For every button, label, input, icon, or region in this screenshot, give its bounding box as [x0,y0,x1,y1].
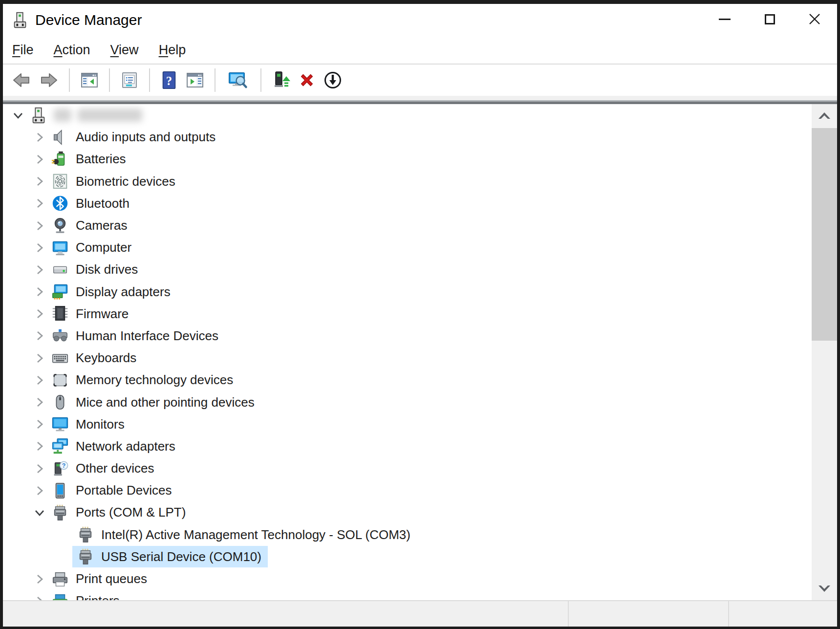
tree-item-mice-and-other-pointing-devices[interactable]: Mice and other pointing devices [3,391,812,413]
tree-row-content[interactable]: Ports (COM & LPT) [47,502,192,523]
tree-item-network-adapters[interactable]: Network adapters [3,435,812,457]
scan-hardware-changes-button[interactable] [222,67,254,93]
tree-row-content[interactable]: Cameras [47,215,133,237]
chevron-right-icon[interactable] [32,373,47,388]
properties-button[interactable] [116,67,143,93]
help-button[interactable]: ? [156,67,182,93]
printer-icon [51,570,69,588]
chevron-right-icon[interactable] [32,262,47,277]
minimize-button[interactable] [702,4,747,34]
tree-item-bluetooth[interactable]: Bluetooth [3,193,812,215]
chevron-right-icon[interactable] [32,240,47,255]
tree-item-cameras[interactable]: Cameras [3,215,812,237]
chevron-right-icon[interactable] [32,461,47,476]
chevron-right-icon[interactable] [32,395,47,410]
tree-row-content[interactable]: Print queues [47,568,153,590]
chevron-right-icon[interactable] [32,572,47,586]
title-bar[interactable]: Device Manager [3,4,837,36]
maximize-button[interactable] [747,4,792,34]
tree-item-portable-devices[interactable]: Portable Devices [3,479,812,501]
tree-row-content[interactable]: Intel(R) Active Management Technology - … [72,524,417,545]
tree-row-content[interactable]: Portable Devices [47,480,178,501]
tree-row-content[interactable] [25,105,149,126]
show-action-pane-button[interactable] [182,67,208,93]
tree-item-audio-inputs-and-outputs[interactable]: Audio inputs and outputs [3,126,812,148]
tree-row-content[interactable]: Firmware [47,303,135,325]
close-icon [808,13,821,25]
tree-row-content[interactable]: Biometric devices [47,171,182,192]
chevron-right-icon[interactable] [32,417,47,432]
chevron-right-icon[interactable] [32,351,47,366]
serial-port-icon [76,525,95,544]
tree-item-intel-amt-sol-com3[interactable]: Intel(R) Active Management Technology - … [3,524,812,546]
menu-file[interactable]: File [12,43,34,58]
chevron-right-icon[interactable] [32,439,47,454]
update-driver-button[interactable] [268,67,294,93]
tree-row-content[interactable]: Network adapters [47,435,182,457]
tree-row-content[interactable]: Memory technology devices [47,369,239,391]
tree-item-other-devices[interactable]: ?Other devices [3,457,812,479]
chevron-right-icon[interactable] [32,306,47,321]
chevron-down-icon[interactable] [11,108,25,123]
tree-row-content[interactable]: Display adapters [47,281,177,303]
chevron-right-icon[interactable] [32,152,47,167]
back-button[interactable] [8,67,35,93]
tree-row-content[interactable]: Computer [47,237,138,259]
tree-item-computer[interactable]: Computer [3,237,812,259]
tree-item-ports-com-lpt[interactable]: Ports (COM & LPT) [3,501,812,523]
chevron-right-icon[interactable] [32,328,47,343]
device-tree-panel: Audio inputs and outputsBatteriesBiometr… [3,104,837,600]
chevron-right-icon[interactable] [32,174,47,189]
chevron-right-icon[interactable] [32,130,47,145]
tree-row-content[interactable]: Monitors [47,413,131,435]
tree-row-content[interactable]: Mice and other pointing devices [47,391,261,413]
window-title: Device Manager [35,12,142,28]
chevron-right-icon[interactable] [32,483,47,498]
tree-item-display-adapters[interactable]: Display adapters [3,281,812,303]
tree-item-printers[interactable]: Printers [3,590,812,600]
tree-row-content[interactable]: USB Serial Device (COM10) [72,546,268,567]
tree-item-print-queues[interactable]: Print queues [3,568,812,590]
tree-item-disk-drives[interactable]: Disk drives [3,259,812,281]
tree-item-keyboards[interactable]: Keyboards [3,347,812,369]
chip-icon [51,304,69,323]
chevron-right-icon[interactable] [32,284,47,299]
tree-item-monitors[interactable]: Monitors [3,413,812,435]
tree-row-content[interactable]: Disk drives [47,259,144,281]
chevron-right-icon[interactable] [32,218,47,233]
tree-row-content[interactable]: Batteries [47,149,132,170]
menu-action[interactable]: Action [54,43,90,58]
chevron-right-icon[interactable] [32,594,47,600]
disable-device-button[interactable] [320,67,346,93]
uninstall-device-button[interactable] [294,67,320,93]
tree-row-content[interactable]: Keyboards [47,347,143,369]
vertical-scrollbar[interactable] [812,104,837,600]
tree-item-batteries[interactable]: Batteries [3,148,812,170]
tree-item-usb-serial-device-com10[interactable]: USB Serial Device (COM10) [3,546,812,568]
tree-item-human-interface-devices[interactable]: Human Interface Devices [3,325,812,347]
chevron-right-icon[interactable] [32,196,47,211]
scrollbar-thumb[interactable] [812,128,837,341]
scroll-up-button[interactable] [812,104,837,127]
show-console-tree-button[interactable] [76,67,103,93]
menu-help[interactable]: Help [159,43,186,58]
tree-root-computer[interactable] [3,104,812,126]
tree-row-content[interactable]: Printers [47,590,126,600]
tree-row-content[interactable]: Bluetooth [47,193,136,214]
tree-row-content[interactable]: ?Other devices [47,458,160,479]
tree-row-content[interactable]: Human Interface Devices [47,325,225,347]
memory-card-icon [51,371,69,390]
fingerprint-icon [51,172,69,191]
tree-item-firmware[interactable]: Firmware [3,303,812,325]
close-button[interactable] [792,4,837,34]
forward-button[interactable] [35,67,63,93]
tree-item-memory-technology-devices[interactable]: Memory technology devices [3,369,812,391]
tree-row-content[interactable]: Audio inputs and outputs [47,127,222,148]
scroll-down-button[interactable] [812,578,837,600]
menu-view[interactable]: View [110,43,139,58]
device-manager-window: Device Manager FileActionViewHelp ? A [0,0,840,629]
chevron-down-icon[interactable] [32,505,47,520]
tree-item-biometric-devices[interactable]: Biometric devices [3,171,812,193]
display-adapter-icon [51,282,69,301]
camera-icon [51,217,69,235]
